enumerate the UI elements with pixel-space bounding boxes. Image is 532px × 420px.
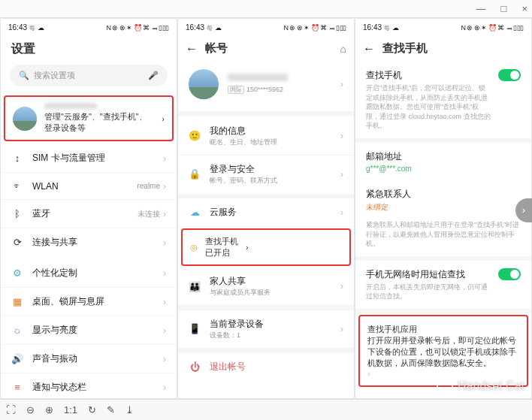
desktop-icon: ▦ bbox=[11, 296, 23, 307]
avatar bbox=[189, 69, 219, 99]
account-row-highlighted[interactable]: 管理"云服务"、"查找手机"、登录设备等 › bbox=[4, 95, 174, 141]
cloud-icon: ☁ bbox=[189, 207, 201, 218]
screenshot-find-phone: 16:43 每 ☁ N ⊗ ⊗ ✶ ⏰ ⌘ ⫬ ▯▯▯ ← 查找手机 查找手机 … bbox=[355, 18, 532, 399]
bluetooth-icon: ᛒ bbox=[11, 208, 23, 219]
back-button[interactable]: ← bbox=[186, 42, 198, 56]
row-my-info[interactable]: 🙂我的信息昵名、生日、地址管理› bbox=[178, 117, 354, 156]
wifi-icon: ᯤ bbox=[11, 180, 23, 192]
row-personalize[interactable]: ⚙个性化定制› bbox=[1, 259, 177, 288]
profile-icon: 🙂 bbox=[189, 130, 201, 141]
avatar bbox=[13, 107, 37, 131]
sim-icon: ↕ bbox=[11, 153, 23, 164]
screenshot-settings: 16:43 每 ☁ N ⊗ ⊗ ✶ ⏰ ⌘ ⫬ ▯▯▯ 设置 🔍 搜索设置项 🎤… bbox=[0, 18, 177, 399]
phone-masked: 150****5962 bbox=[246, 86, 283, 93]
mic-icon[interactable]: 🎤 bbox=[148, 71, 159, 80]
family-icon: 👪 bbox=[189, 281, 201, 292]
row-devices[interactable]: 📱当前登录设备设备数：1› bbox=[178, 310, 354, 349]
device-icon: 📱 bbox=[189, 323, 201, 334]
cat-icon bbox=[437, 378, 453, 394]
status-bar: 16:43 每 ☁ N ⊗ ⊗ ✶ ⏰ ⌘ ⫬ ▯▯▯ bbox=[178, 19, 354, 37]
row-wlan[interactable]: ᯤWLANrealme› bbox=[1, 173, 177, 200]
actual-size-button[interactable]: 1:1 bbox=[64, 404, 77, 415]
sms-find-toggle[interactable] bbox=[498, 268, 521, 280]
row-bluetooth[interactable]: ᛒ蓝牙未连接› bbox=[1, 200, 177, 228]
logout-icon: ⏻ bbox=[189, 361, 201, 373]
window-maximize[interactable]: □ bbox=[501, 3, 507, 14]
row-sms-find: 手机无网络时用短信查找 开启后，本机丢失后即使无网络，仍可通过短信查找。 bbox=[355, 261, 531, 309]
row-email[interactable]: 邮箱地址 g***@***.com bbox=[355, 143, 531, 180]
rotate-button[interactable]: ↻ bbox=[88, 404, 96, 415]
status-bar: 16:43 每 ☁ N ⊗ ⊗ ✶ ⏰ ⌘ ⫬ ▯▯▯ bbox=[355, 19, 531, 37]
page-title: 设置 bbox=[1, 37, 177, 65]
find-phone-toggle[interactable] bbox=[498, 69, 521, 81]
edit-button[interactable]: ✎ bbox=[107, 404, 115, 415]
back-button[interactable]: ← bbox=[363, 42, 375, 56]
row-notification[interactable]: ≡通知与状态栏› bbox=[1, 373, 177, 399]
download-button[interactable]: ⤓ bbox=[125, 404, 134, 415]
account-header[interactable]: 国际 150****5962 › bbox=[178, 62, 354, 111]
share-icon: ⟳ bbox=[11, 237, 23, 248]
row-sim[interactable]: ↕SIM 卡与流量管理› bbox=[1, 144, 177, 173]
row-desktop-lock[interactable]: ▦桌面、锁屏与息屏› bbox=[1, 288, 177, 316]
sound-icon: 🔊 bbox=[11, 353, 23, 364]
brightness-icon: ☼ bbox=[11, 325, 23, 336]
row-display[interactable]: ☼显示与亮度› bbox=[1, 316, 177, 345]
screenshot-account: 16:43 每 ☁ N ⊗ ⊗ ✶ ⏰ ⌘ ⫬ ▯▯▯ ← 帐号 ⌂ 国际 15… bbox=[177, 18, 355, 399]
window-close[interactable]: × bbox=[521, 3, 527, 14]
row-emergency-contact[interactable]: 紧急联系人 未绑定 bbox=[355, 180, 531, 220]
lock-icon: 🔒 bbox=[189, 168, 201, 180]
row-logout[interactable]: ⏻退出帐号 bbox=[178, 353, 354, 381]
gallery-next-button[interactable]: › bbox=[515, 198, 532, 222]
row-find-phone-highlighted[interactable]: ◎ 查找手机已开启 › bbox=[181, 228, 351, 266]
watermark: Handset Cat bbox=[437, 378, 524, 394]
row-find-app-highlighted[interactable]: 查找手机应用 打开应用并登录帐号后，即可定位此帐号下设备的位置，也可以锁定手机或… bbox=[358, 315, 528, 387]
zoom-out-button[interactable]: ⊖ bbox=[26, 404, 35, 415]
row-family-share[interactable]: 👪家人共享与家庭成员共享服务› bbox=[178, 267, 354, 306]
status-bar: 16:43 每 ☁ N ⊗ ⊗ ✶ ⏰ ⌘ ⫬ ▯▯▯ bbox=[1, 19, 177, 37]
row-connect-share[interactable]: ⟳连接与共享› bbox=[1, 228, 177, 256]
search-input[interactable]: 🔍 搜索设置项 🎤 bbox=[10, 65, 168, 86]
header-title: 帐号 bbox=[205, 41, 228, 56]
window-chrome: — □ × bbox=[0, 0, 532, 18]
row-cloud[interactable]: ☁云服务› bbox=[178, 198, 354, 227]
contact-note: 紧急联系人和邮箱地址只用于在登录"查找手机"时进行验证，以避免账他人冒用身份恶意… bbox=[366, 220, 521, 249]
personalize-icon: ⚙ bbox=[11, 267, 23, 279]
find-phone-icon: ◎ bbox=[190, 243, 198, 252]
scan-icon[interactable]: ⌂ bbox=[340, 43, 346, 55]
notification-icon: ≡ bbox=[11, 382, 23, 393]
account-sub: 管理"云服务"、"查找手机"、登录设备等 bbox=[44, 111, 154, 134]
viewer-toolbar: ⛶ ⊖ ⊕ 1:1 ↻ ✎ ⤓ bbox=[0, 399, 532, 420]
window-minimize[interactable]: — bbox=[476, 3, 486, 14]
fit-button[interactable]: ⛶ bbox=[6, 404, 16, 415]
header-title: 查找手机 bbox=[382, 41, 428, 56]
zoom-in-button[interactable]: ⊕ bbox=[45, 404, 53, 415]
row-login-security[interactable]: 🔒登录与安全帐号、密码、联系方式› bbox=[178, 156, 354, 193]
row-sound[interactable]: 🔊声音与振动› bbox=[1, 345, 177, 373]
find-phone-toggle-row: 查找手机 开启"查找手机"后，您可以远程定位、锁定或抹除此手机，从而防止丢失的手… bbox=[355, 62, 531, 138]
chevron-right-icon: › bbox=[162, 114, 165, 123]
search-icon: 🔍 bbox=[19, 71, 29, 80]
